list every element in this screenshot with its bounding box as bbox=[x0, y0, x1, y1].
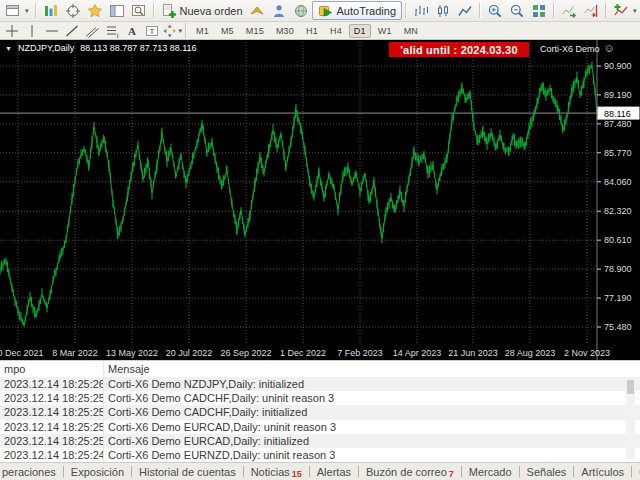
preview-window-icon[interactable] bbox=[128, 1, 150, 20]
journal-row[interactable]: 2023.12.14 18:25:24.775 Corti-X6 Demo EU… bbox=[0, 448, 640, 462]
tile-windows-icon[interactable] bbox=[528, 1, 550, 20]
timeframe-m15[interactable]: M15 bbox=[241, 24, 269, 38]
linechart-glyph bbox=[457, 3, 473, 19]
community-icon[interactable] bbox=[290, 1, 312, 20]
trendline-tool[interactable] bbox=[62, 23, 82, 39]
svg-text:28 Aug 2023: 28 Aug 2023 bbox=[505, 348, 556, 358]
virtual-hosting-icon[interactable] bbox=[268, 1, 290, 20]
journal-row[interactable]: 2023.12.14 18:25:25.994 Corti-X6 Demo CA… bbox=[0, 391, 640, 405]
svg-text:2 Nov 2023: 2 Nov 2023 bbox=[564, 348, 610, 358]
auto-scroll-icon[interactable] bbox=[558, 1, 580, 20]
crosshair-target-icon[interactable] bbox=[62, 1, 84, 20]
tab-exposici-n[interactable]: Exposición bbox=[64, 463, 131, 480]
horizontal-line-tool[interactable] bbox=[42, 23, 62, 39]
timeframe-mn[interactable]: MN bbox=[399, 24, 423, 38]
svg-text:f: f bbox=[117, 32, 120, 39]
journal-row[interactable]: 2023.12.14 18:25:26.291 Corti-X6 Demo NZ… bbox=[0, 377, 640, 391]
zoom-out-icon[interactable] bbox=[506, 1, 528, 20]
favorites-icon[interactable] bbox=[84, 1, 106, 20]
journal-time-cell: 2023.12.14 18:25:26.291 bbox=[0, 378, 103, 390]
tab-label: Alertas bbox=[317, 466, 351, 478]
svg-text:77.190: 77.190 bbox=[604, 293, 632, 303]
svg-text:T: T bbox=[150, 26, 155, 35]
dropdown-caret-icon: ▾ bbox=[633, 7, 637, 15]
svg-text:20 Jul 2022: 20 Jul 2022 bbox=[166, 348, 213, 358]
candlestick-chart-icon[interactable] bbox=[432, 1, 454, 20]
journal-row[interactable]: 2023.12.14 18:25:25.682 Corti-X6 Demo CA… bbox=[0, 405, 640, 419]
journal-header-time[interactable]: mpo bbox=[0, 363, 103, 375]
vertical-line-tool[interactable] bbox=[22, 23, 42, 39]
journal-scrollbar[interactable] bbox=[626, 378, 635, 459]
tab-label: Noticias bbox=[251, 466, 290, 478]
star-glyph bbox=[87, 3, 103, 19]
tab-se-ales[interactable]: Señales bbox=[520, 463, 574, 480]
timeframe-d1[interactable]: D1 bbox=[349, 24, 371, 38]
journal-time-cell: 2023.12.14 18:25:25.385 bbox=[0, 421, 103, 433]
tab-count-badge: 7 bbox=[449, 469, 454, 480]
tab-code-base[interactable]: Code Base bbox=[632, 463, 640, 480]
new-order-button-label: Nueva orden bbox=[180, 5, 243, 17]
new-order-button[interactable]: Nueva orden bbox=[158, 1, 246, 20]
timeframe-m30[interactable]: M30 bbox=[271, 24, 299, 38]
text-tool[interactable]: A bbox=[122, 23, 142, 39]
metaeditor-icon[interactable] bbox=[246, 1, 268, 20]
timeframe-m5[interactable]: M5 bbox=[216, 24, 239, 38]
tab-mercado[interactable]: Mercado bbox=[462, 463, 519, 480]
journal-row[interactable]: 2023.12.14 18:25:25.385 Corti-X6 Demo EU… bbox=[0, 420, 640, 434]
timeframe-h4[interactable]: H4 bbox=[325, 24, 347, 38]
person-glyph bbox=[271, 3, 287, 19]
text-label-tool[interactable]: T bbox=[142, 23, 162, 39]
journal-scrollbar-thumb[interactable] bbox=[627, 380, 634, 394]
journal-row[interactable]: 2023.12.14 18:25:25.072 Corti-X6 Demo EU… bbox=[0, 434, 640, 448]
tab-label: peraciones bbox=[2, 466, 56, 478]
crosshair-tool[interactable] bbox=[2, 23, 22, 39]
searchwin-glyph bbox=[131, 3, 147, 19]
tab-count-badge: 15 bbox=[292, 469, 302, 480]
arrows-tool[interactable]: ▾ bbox=[162, 23, 182, 39]
tab-historial-de-cuentas[interactable]: Historial de cuentas bbox=[132, 463, 243, 480]
chart-symbol-label: NZDJPY,Daily bbox=[18, 43, 74, 53]
tab-buz-n-de-correo[interactable]: Buzón de correo7 bbox=[359, 463, 461, 480]
chart-shift-icon[interactable] bbox=[580, 1, 602, 20]
svg-text:90.900: 90.900 bbox=[604, 61, 632, 71]
tab-art-culos[interactable]: Artículos bbox=[574, 463, 631, 480]
timeframe-w1[interactable]: W1 bbox=[373, 24, 397, 38]
line-chart-icon[interactable] bbox=[454, 1, 476, 20]
timeframe-m1[interactable]: M1 bbox=[191, 24, 214, 38]
journal-time-cell: 2023.12.14 18:25:24.775 bbox=[0, 449, 103, 461]
tab-label: Historial de cuentas bbox=[139, 466, 236, 478]
tab-label: Artículos bbox=[581, 466, 624, 478]
data-window-icon[interactable] bbox=[106, 1, 128, 20]
journal-header-message[interactable]: Mensaje bbox=[103, 363, 150, 375]
equidistant-channel-tool[interactable] bbox=[82, 23, 102, 39]
autotrading-button[interactable]: AutoTrading bbox=[312, 1, 403, 20]
win-glyph bbox=[5, 3, 21, 19]
svg-text:26 Sep 2022: 26 Sep 2022 bbox=[220, 348, 271, 358]
chart-area[interactable]: 90.90089.19087.48085.77084.06082.32080.6… bbox=[0, 40, 640, 360]
gold-glyph bbox=[249, 3, 265, 19]
new-chart-button[interactable]: ▾ bbox=[2, 1, 32, 20]
chart-menu-arrow-icon[interactable]: ▼ bbox=[5, 45, 12, 52]
ea-smiley-icon[interactable]: ☺ bbox=[604, 43, 615, 54]
svg-text:82.320: 82.320 bbox=[604, 206, 632, 216]
tab-noticias[interactable]: Noticias15 bbox=[244, 463, 309, 480]
tab-alertas[interactable]: Alertas bbox=[310, 463, 358, 480]
tab-peraciones[interactable]: peraciones bbox=[0, 463, 63, 480]
toolbar-divider bbox=[153, 3, 155, 18]
newdoc-glyph bbox=[161, 3, 177, 19]
indicators-button[interactable]: ▾ bbox=[610, 1, 640, 20]
journal-time-cell: 2023.12.14 18:25:25.994 bbox=[0, 392, 103, 404]
profiles-icon[interactable] bbox=[40, 1, 62, 20]
candlestick-chart: 90.90089.19087.48085.77084.06082.32080.6… bbox=[0, 40, 640, 360]
timeframe-h1[interactable]: H1 bbox=[301, 24, 323, 38]
globe-glyph bbox=[293, 3, 309, 19]
toolbar-divider bbox=[553, 3, 555, 18]
dropdown-caret-icon: ▾ bbox=[178, 27, 182, 35]
fibonacci-tool[interactable]: f bbox=[102, 23, 122, 39]
chart-title: ▼ NZDJPY,Daily 88.113 88.787 87.713 88.1… bbox=[5, 43, 197, 53]
ea-validity-text: 'alid until : 2024.03.30 bbox=[400, 44, 517, 56]
zoom-in-icon[interactable] bbox=[484, 1, 506, 20]
svg-text:88.116: 88.116 bbox=[604, 109, 631, 119]
bar-chart-icon[interactable] bbox=[410, 1, 432, 20]
toolbar-divider bbox=[605, 3, 607, 18]
